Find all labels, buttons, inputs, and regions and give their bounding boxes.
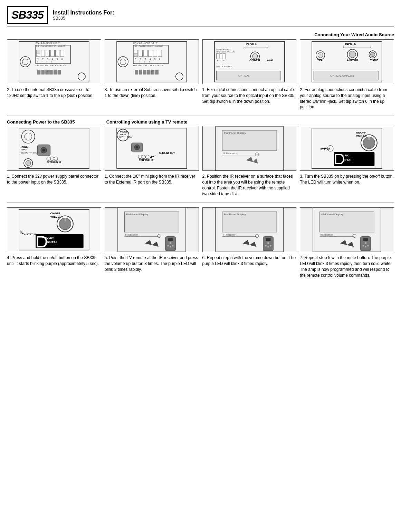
svg-text:↑: ↑ — [139, 60, 141, 63]
svg-text:↑ ↑: ↑ ↑ — [216, 62, 219, 64]
svg-point-186 — [265, 245, 267, 247]
svg-text:IR  Receiver –: IR Receiver – — [223, 152, 237, 155]
svg-text:↑: ↑ — [37, 60, 38, 63]
caption-ir-connect: 1. Connect the 1/8" mini plug from the I… — [105, 174, 199, 185]
svg-point-108 — [42, 149, 45, 152]
svg-point-185 — [267, 242, 269, 244]
svg-text:EQ +3dB~MODE INPUT: EQ +3dB~MODE INPUT — [133, 42, 157, 45]
svg-text:↓: ↓ — [222, 63, 223, 65]
svg-point-202 — [367, 245, 369, 247]
wired-audio-row: EQ +3dB~MODE INPUT SUB LOW MID HIGH 2CH … — [7, 39, 394, 110]
svg-text:VOLUME: VOLUME — [356, 135, 367, 138]
svg-text:DC 32V === 3.75A: DC 32V === 3.75A — [21, 152, 38, 154]
svg-rect-28 — [54, 70, 57, 74]
svg-text:IR  Receiver –: IR Receiver – — [125, 234, 140, 236]
svg-rect-38 — [139, 50, 143, 57]
svg-text:ANALOG: ANALOG — [347, 59, 358, 62]
svg-rect-69 — [216, 54, 219, 59]
diagram-mute: Flat Panel Display IR Receiver – — [300, 207, 394, 252]
svg-text:STATUS: STATUS — [370, 59, 379, 61]
svg-rect-55 — [135, 70, 138, 74]
caption-power: 1. Connect the 32v power supply barrel c… — [7, 174, 101, 185]
svg-text:POWER: POWER — [21, 146, 29, 148]
svg-point-171 — [169, 242, 171, 244]
svg-rect-43 — [134, 53, 138, 57]
vol-cell-2: Flat Panel Display IR Receiver – 2. Posi… — [202, 126, 297, 197]
svg-text:↑: ↑ — [46, 60, 48, 63]
caption-dip-internal: 2. To use the internal SB335 crossover s… — [7, 87, 101, 99]
caption-vol-down: 6. Repeat step 5 with the volume down bu… — [202, 255, 297, 267]
svg-rect-40 — [149, 50, 152, 57]
install-title: Install Instructions For: — [53, 10, 114, 16]
diagram-flat-panel-1: Flat Panel Display IR Receiver – — [202, 126, 297, 171]
svg-rect-198 — [363, 238, 368, 241]
bot-cell-2: Flat Panel Display IR Receiver – 5. — [105, 207, 199, 278]
divider-2 — [7, 202, 394, 203]
svg-point-94 — [349, 51, 356, 58]
svg-text:SUB/LINE OUT: SUB/LINE OUT — [159, 152, 174, 154]
svg-text:EQ +3dB~MODE INPUT: EQ +3dB~MODE INPUT — [36, 42, 60, 45]
logo-text: SB335 — [11, 9, 44, 21]
svg-text:SUB LOW MID HIGH 2CH ANALOG: SUB LOW MID HIGH 2CH ANALOG — [133, 45, 163, 47]
svg-text:6: 6 — [159, 58, 160, 60]
svg-text:LINE FLAT FLAT FLAT 3CH OPTICA: LINE FLAT FLAT FLAT 3CH OPTICAL — [36, 65, 67, 67]
diagram-power: POWER INPUT DC 32V === 3.75A EXTERNAL IR — [7, 126, 101, 171]
svg-text:Flat Panel Display: Flat Panel Display — [224, 213, 246, 216]
svg-text:5: 5 — [154, 58, 156, 60]
svg-rect-42 — [158, 50, 162, 57]
svg-text:ON/OFF: ON/OFF — [50, 212, 60, 215]
logo-box: SB335 — [7, 6, 48, 24]
svg-rect-71 — [223, 54, 225, 59]
svg-text:OPTICAL: OPTICAL — [249, 59, 261, 62]
power-volume-header-row: Connecting Power to the SB335 Controllin… — [7, 119, 394, 125]
caption-hold-onoff: 4. Press and hold the on/off button on t… — [7, 255, 101, 267]
svg-rect-9 — [51, 50, 55, 57]
header: SB335 Install Instructions For: SB335 — [7, 6, 394, 27]
svg-rect-10 — [56, 50, 59, 57]
svg-point-172 — [167, 245, 169, 247]
svg-text:↑: ↑ — [149, 60, 150, 63]
diagram-hold-onoff: ON/OFF VOLUME )G STATUS DOLBY. DIGITAL — [7, 207, 101, 252]
svg-rect-170 — [168, 238, 173, 241]
svg-text:INPUTS: INPUTS — [345, 42, 356, 46]
svg-rect-56 — [139, 70, 142, 74]
svg-point-174 — [172, 245, 174, 247]
diagram-dip-external: EQ +3dB~MODE INPUT SUB LOW MID HIGH 2CH … — [105, 39, 199, 84]
divider-1 — [7, 116, 394, 116]
wired-audio-title: Connecting Your Wired Audio Source — [314, 32, 394, 37]
svg-text:6: 6 — [61, 58, 63, 60]
svg-text:32V === 3.75A: 32V === 3.75A — [119, 136, 132, 138]
volume-section-title: Controlling volume using a TV remote — [106, 119, 188, 125]
svg-point-79 — [252, 54, 257, 59]
svg-text:IR  Receiver –: IR Receiver – — [321, 234, 335, 236]
wired-cell-2: EQ +3dB~MODE INPUT SUB LOW MID HIGH 2CH … — [105, 39, 199, 110]
diagram-optical: INPUTS 8~MODE INPUT HIGH 2CH ANALOG 4 — [202, 39, 297, 84]
caption-dolby-on: 3. Turn the SB335 on by pressing the on/… — [300, 174, 394, 185]
caption-ir-position: 2. Position the IR receiver on a surface… — [202, 174, 297, 197]
svg-point-188 — [269, 245, 271, 247]
bot-cell-3: Flat Panel Display IR Receiver – 6. Repe… — [202, 207, 297, 278]
svg-text:OPTICAL / ANALOG: OPTICAL / ANALOG — [331, 74, 354, 77]
svg-point-187 — [267, 246, 269, 248]
svg-text:ON/OFF: ON/OFF — [356, 131, 366, 135]
vol-cell-1: POWER INPUT 32V === 3.75A EXTERNAL IR SU… — [105, 126, 199, 197]
svg-text:Flat Panel Display: Flat Panel Display — [126, 213, 148, 216]
svg-text:HIGH 2CH ANALOG: HIGH 2CH ANALOG — [216, 51, 235, 53]
svg-text:4: 4 — [217, 59, 218, 61]
wired-cell-4: INPUTS TICAL ANALOG — [300, 39, 394, 110]
svg-text:INPUTS: INPUTS — [246, 42, 257, 46]
svg-text:IR  Receiver –: IR Receiver – — [223, 234, 237, 236]
caption-optical: 1. For digital connections connect an op… — [202, 87, 297, 104]
diagram-analog: INPUTS TICAL ANALOG — [300, 39, 394, 84]
svg-text:EXTERNAL IR: EXTERNAL IR — [139, 159, 154, 162]
wired-cell-1: EQ +3dB~MODE INPUT SUB LOW MID HIGH 2CH … — [7, 39, 101, 110]
svg-rect-39 — [144, 50, 147, 57]
volume-header-cell: Controlling volume using a TV remote — [106, 119, 394, 125]
caption-vol-up: 5. Point the TV remote at the IR receive… — [105, 255, 199, 272]
svg-rect-11 — [60, 50, 64, 57]
svg-text:Flat Panel Display: Flat Panel Display — [322, 213, 343, 216]
svg-point-200 — [362, 245, 364, 247]
svg-rect-25 — [41, 70, 45, 74]
header-right: Install Instructions For: SB335 — [53, 10, 114, 21]
svg-rect-29 — [58, 70, 61, 74]
